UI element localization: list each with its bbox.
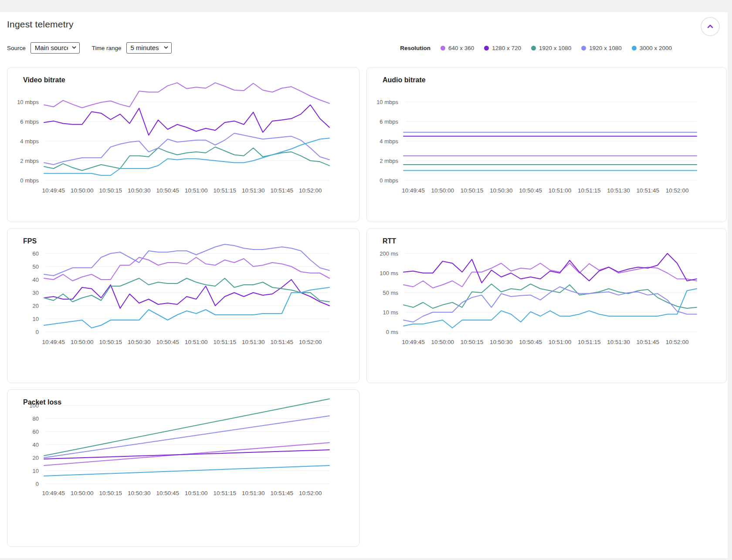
svg-text:10:50:30: 10:50:30 bbox=[128, 339, 151, 345]
controls-row: Source Main source Time range 5 minutes … bbox=[7, 42, 721, 54]
svg-text:10:52:00: 10:52:00 bbox=[299, 490, 322, 496]
legend-color-dot bbox=[441, 46, 445, 51]
page-title: Ingest telemetry bbox=[7, 19, 74, 30]
svg-text:6 mbps: 6 mbps bbox=[20, 118, 39, 125]
x-axis-labels: 10:49:4510:50:0010:50:1510:50:3010:50:45… bbox=[42, 187, 322, 194]
svg-text:10:49:45: 10:49:45 bbox=[42, 339, 65, 345]
resolution-legend: Resolution 640 x 3601280 x 7201920 x 108… bbox=[400, 45, 672, 51]
svg-text:10:50:30: 10:50:30 bbox=[490, 339, 513, 345]
svg-text:10:50:15: 10:50:15 bbox=[99, 339, 122, 345]
chart-title-video-bitrate: Video bitrate bbox=[23, 76, 65, 84]
svg-text:4 mbps: 4 mbps bbox=[380, 138, 398, 145]
svg-text:2 mbps: 2 mbps bbox=[20, 158, 39, 164]
svg-text:10:52:00: 10:52:00 bbox=[666, 187, 689, 194]
svg-text:10:49:45: 10:49:45 bbox=[42, 187, 65, 194]
svg-text:80: 80 bbox=[33, 415, 39, 422]
svg-text:10:51:15: 10:51:15 bbox=[214, 187, 237, 194]
source-select[interactable]: Main source bbox=[30, 42, 80, 54]
source-label: Source bbox=[7, 45, 26, 51]
svg-text:10:51:30: 10:51:30 bbox=[607, 187, 630, 194]
svg-text:100 ms: 100 ms bbox=[380, 270, 398, 277]
svg-text:0: 0 bbox=[36, 329, 39, 335]
legend-item-label: 640 x 360 bbox=[448, 45, 474, 51]
svg-text:10:50:00: 10:50:00 bbox=[431, 187, 454, 194]
chevron-up-icon bbox=[705, 22, 715, 31]
svg-text:50: 50 bbox=[33, 263, 39, 270]
series-line-fps-0 bbox=[44, 257, 329, 281]
chart-card-fps: FPS010203040506010:49:4510:50:0010:50:15… bbox=[7, 228, 359, 383]
charts-grid: Video bitrate0 mbps2 mbps4 mbps6 mbps10 … bbox=[7, 67, 721, 547]
svg-text:50 ms: 50 ms bbox=[383, 290, 399, 296]
svg-text:0: 0 bbox=[36, 481, 39, 487]
svg-text:60: 60 bbox=[33, 250, 39, 257]
time-range-select[interactable]: 5 minutes bbox=[126, 42, 172, 54]
svg-text:10:50:00: 10:50:00 bbox=[71, 339, 94, 345]
chart-card-rtt: RTT0 ms10 ms50 ms100 ms200 ms10:49:4510:… bbox=[366, 228, 727, 383]
svg-text:10:51:00: 10:51:00 bbox=[185, 339, 208, 345]
chart-canvas-rtt: 0 ms10 ms50 ms100 ms200 ms10:49:4510:50:… bbox=[367, 229, 727, 383]
chart-canvas-video-bitrate: 0 mbps2 mbps4 mbps6 mbps10 mbps10:49:451… bbox=[7, 67, 359, 222]
svg-text:10:50:00: 10:50:00 bbox=[71, 187, 94, 194]
svg-text:10:51:45: 10:51:45 bbox=[637, 187, 660, 194]
series-line-rtt-1 bbox=[403, 253, 697, 283]
series-line-fps-3 bbox=[44, 244, 329, 276]
x-axis-labels: 10:49:4510:50:0010:50:1510:50:3010:50:45… bbox=[402, 187, 688, 194]
svg-text:10:50:15: 10:50:15 bbox=[461, 187, 484, 194]
svg-text:10:51:30: 10:51:30 bbox=[607, 339, 630, 345]
svg-text:10:50:45: 10:50:45 bbox=[519, 339, 542, 345]
series-line-fps-4 bbox=[44, 287, 329, 328]
time-range-select-wrap: 5 minutes bbox=[126, 42, 172, 54]
svg-text:40: 40 bbox=[33, 442, 39, 448]
legend-color-dot bbox=[484, 46, 489, 51]
y-axis-gridlines: 0 ms10 ms50 ms100 ms200 ms bbox=[380, 250, 697, 335]
svg-text:10:51:15: 10:51:15 bbox=[578, 187, 601, 194]
svg-text:10:51:00: 10:51:00 bbox=[185, 187, 208, 194]
series-line-video-bitrate-3 bbox=[44, 133, 329, 165]
svg-text:20: 20 bbox=[33, 455, 39, 461]
x-axis-labels: 10:49:4510:50:0010:50:1510:50:3010:50:45… bbox=[42, 490, 322, 496]
legend-item-0: 640 x 360 bbox=[441, 45, 474, 51]
collapse-button[interactable] bbox=[701, 17, 720, 36]
series-line-fps-2 bbox=[44, 278, 329, 302]
svg-text:60: 60 bbox=[33, 428, 39, 435]
svg-text:10:51:30: 10:51:30 bbox=[242, 187, 265, 194]
svg-text:10 ms: 10 ms bbox=[383, 309, 399, 316]
chart-title-rtt: RTT bbox=[383, 237, 396, 245]
x-axis-labels: 10:49:4510:50:0010:50:1510:50:3010:50:45… bbox=[42, 339, 322, 345]
svg-text:0 mbps: 0 mbps bbox=[20, 177, 39, 184]
series-line-video-bitrate-0 bbox=[44, 83, 329, 108]
series-line-video-bitrate-4 bbox=[44, 138, 329, 175]
svg-text:10:49:45: 10:49:45 bbox=[42, 490, 65, 496]
resolution-legend-title: Resolution bbox=[400, 45, 430, 51]
svg-text:10:51:30: 10:51:30 bbox=[242, 339, 265, 345]
svg-text:30: 30 bbox=[33, 290, 39, 296]
svg-text:10:50:45: 10:50:45 bbox=[156, 490, 180, 496]
svg-text:10:51:15: 10:51:15 bbox=[214, 339, 237, 345]
legend-color-dot bbox=[531, 46, 536, 51]
svg-text:10:51:45: 10:51:45 bbox=[271, 187, 294, 194]
svg-text:10 mbps: 10 mbps bbox=[376, 99, 398, 105]
legend-item-3: 1920 x 1080 bbox=[581, 45, 621, 51]
svg-text:10:52:00: 10:52:00 bbox=[299, 187, 322, 194]
svg-text:10:50:15: 10:50:15 bbox=[461, 339, 484, 345]
legend-item-label: 1280 x 720 bbox=[492, 45, 521, 51]
svg-text:10:51:00: 10:51:00 bbox=[549, 187, 572, 194]
series-line-packet-loss-2 bbox=[44, 399, 329, 456]
legend-item-2: 1920 x 1080 bbox=[531, 45, 571, 51]
legend-color-dot bbox=[632, 46, 637, 51]
svg-text:10:50:00: 10:50:00 bbox=[431, 339, 454, 345]
svg-text:10:49:45: 10:49:45 bbox=[402, 339, 425, 345]
svg-text:10:49:45: 10:49:45 bbox=[402, 187, 425, 194]
svg-text:10:50:00: 10:50:00 bbox=[71, 490, 94, 496]
chart-title-fps: FPS bbox=[23, 237, 37, 245]
series-line-rtt-2 bbox=[403, 284, 697, 308]
svg-text:10:52:00: 10:52:00 bbox=[299, 339, 322, 345]
svg-text:10:50:15: 10:50:15 bbox=[99, 490, 122, 496]
svg-text:10:51:30: 10:51:30 bbox=[242, 490, 265, 496]
svg-text:10:50:30: 10:50:30 bbox=[128, 490, 151, 496]
svg-text:10:51:15: 10:51:15 bbox=[578, 339, 601, 345]
svg-text:10:50:30: 10:50:30 bbox=[490, 187, 513, 194]
svg-text:10:50:45: 10:50:45 bbox=[156, 187, 180, 194]
chart-card-audio-bitrate: Audio bitrate0 mbps2 mbps4 mbps6 mbps10 … bbox=[366, 67, 727, 222]
series-line-video-bitrate-1 bbox=[44, 105, 329, 135]
